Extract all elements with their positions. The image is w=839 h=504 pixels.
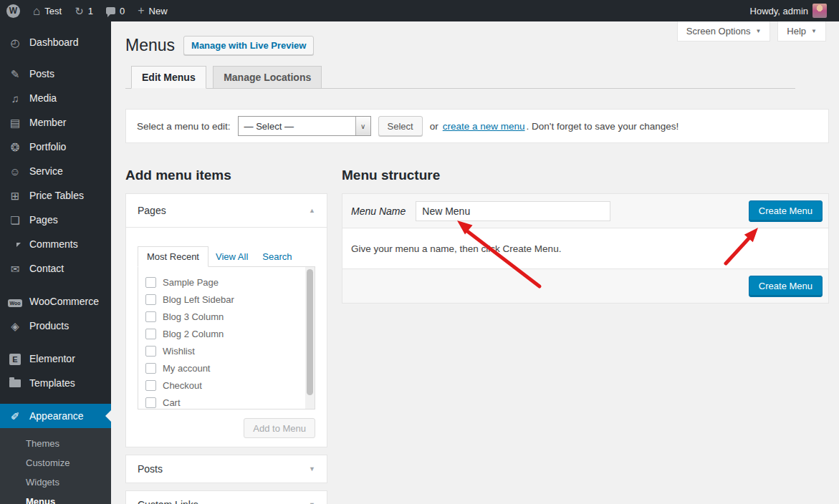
expand-arrow-icon: ▼ xyxy=(309,501,315,504)
sidebar-item-label: Media xyxy=(29,92,57,104)
pages-checklist: Sample Page Blog Left Sidebar Blog 3 Col… xyxy=(138,266,315,410)
sidebar-item-service[interactable]: ☺ Service xyxy=(0,159,111,183)
sidebar-item-label: Templates xyxy=(29,377,75,389)
product-box-icon: ◈ xyxy=(7,321,23,331)
page-item-label: Blog 3 Column xyxy=(163,311,224,322)
checkbox-wishlist[interactable] xyxy=(145,346,156,357)
new-label: New xyxy=(149,6,168,16)
screen-options-label: Screen Options xyxy=(686,26,751,37)
pages-list-scrollbar xyxy=(305,267,315,409)
sidebar-item-label: Comments xyxy=(29,238,78,250)
id-card-icon: ▤ xyxy=(7,117,23,128)
current-menu-arrow xyxy=(100,410,111,422)
page-checkbox-row: My account xyxy=(145,359,315,377)
menu-select-value: — Select — xyxy=(239,121,355,132)
user-avatar xyxy=(812,4,827,18)
collapse-arrow-icon: ▲ xyxy=(309,207,315,214)
custom-links-panel: Custom Links ▼ xyxy=(125,490,327,504)
dashboard-icon: ◴ xyxy=(7,37,23,48)
envelope-icon: ✉ xyxy=(7,263,23,274)
sidebar-item-label: Service xyxy=(29,165,63,177)
posts-panel: Posts ▼ xyxy=(125,455,327,483)
add-menu-items-heading: Add menu items xyxy=(125,168,327,183)
sidebar-item-appearance[interactable]: ✐ Appearance xyxy=(0,404,111,428)
create-menu-button-top[interactable]: Create Menu xyxy=(749,200,823,222)
create-menu-button-bottom[interactable]: Create Menu xyxy=(749,276,823,297)
page-item-label: Blog Left Sidebar xyxy=(163,294,234,305)
sidebar-item-portfolio[interactable]: ❂ Portfolio xyxy=(0,135,111,159)
dropdown-arrow-icon: ∨ xyxy=(355,117,370,135)
rosette-icon: ❂ xyxy=(7,142,23,152)
submenu-item-customize[interactable]: Customize xyxy=(0,453,111,472)
sidebar-item-label: Appearance xyxy=(29,410,84,422)
page-item-label: Blog 2 Column xyxy=(163,329,224,339)
updates-icon: ↻ xyxy=(75,6,84,16)
sidebar-item-products[interactable]: ◈ Products xyxy=(0,314,111,338)
create-new-menu-link[interactable]: create a new menu xyxy=(443,121,525,132)
comments-count: 0 xyxy=(120,6,125,16)
sidebar-item-woocommerce[interactable]: Woo WooCommerce xyxy=(0,289,111,314)
tab-most-recent[interactable]: Most Recent xyxy=(138,246,208,267)
wp-logo-menu[interactable]: W xyxy=(0,0,27,21)
sidebar-item-templates[interactable]: Templates xyxy=(0,371,111,395)
site-home-link[interactable]: ⌂ Test xyxy=(27,0,68,21)
submenu-item-widgets[interactable]: Widgets xyxy=(0,472,111,492)
pages-tabs: Most Recent View All Search xyxy=(138,246,315,266)
sidebar-item-contact[interactable]: ✉ Contact xyxy=(0,256,111,281)
checkbox-blog-3-column[interactable] xyxy=(145,311,156,322)
page-item-label: My account xyxy=(163,363,210,374)
posts-panel-header[interactable]: Posts ▼ xyxy=(126,455,327,483)
comment-bubble-icon xyxy=(106,7,115,14)
page-item-label: Cart xyxy=(163,397,181,408)
sidebar-item-member[interactable]: ▤ Member xyxy=(0,110,111,135)
menu-select-dropdown[interactable]: — Select — ∨ xyxy=(238,116,371,136)
posts-panel-title: Posts xyxy=(138,463,163,475)
nav-tabs: Edit Menus Manage Locations xyxy=(125,66,795,89)
chevron-down-icon: ▼ xyxy=(755,28,761,34)
tab-view-all[interactable]: View All xyxy=(208,247,255,266)
checkbox-checkout[interactable] xyxy=(145,380,156,391)
page-item-label: Sample Page xyxy=(163,277,219,288)
updates-link[interactable]: ↻ 1 xyxy=(68,0,100,21)
tab-manage-locations[interactable]: Manage Locations xyxy=(213,66,322,89)
select-button[interactable]: Select xyxy=(378,116,423,136)
sidebar-item-dashboard[interactable]: ◴ Dashboard xyxy=(0,30,111,54)
checkbox-my-account[interactable] xyxy=(145,363,156,374)
custom-links-panel-title: Custom Links xyxy=(138,499,198,504)
custom-links-panel-header[interactable]: Custom Links ▼ xyxy=(126,491,327,504)
pages-panel-title: Pages xyxy=(138,205,166,216)
add-menu-items-column: Add menu items Pages ▲ Most Recent View … xyxy=(125,143,327,504)
comments-link[interactable]: 0 xyxy=(100,0,131,21)
sidebar-item-media[interactable]: ♫ Media xyxy=(0,86,111,110)
tab-edit-menus[interactable]: Edit Menus xyxy=(131,66,206,89)
sidebar-item-label: Products xyxy=(29,320,69,331)
sidebar-item-price-tables[interactable]: ⊞ Price Tables xyxy=(0,183,111,208)
checkbox-sample-page[interactable] xyxy=(145,277,156,288)
page-title: Menus xyxy=(125,34,175,56)
checkbox-blog-left-sidebar[interactable] xyxy=(145,294,156,305)
howdy-text: Howdy, admin xyxy=(750,6,808,16)
help-label: Help xyxy=(787,26,806,37)
sidebar-item-pages[interactable]: ❏ Pages xyxy=(0,208,111,232)
sidebar-item-comments[interactable]: Comments xyxy=(0,232,111,256)
new-content-menu[interactable]: + New xyxy=(131,0,173,21)
tab-search[interactable]: Search xyxy=(255,247,299,266)
screen-options-button[interactable]: Screen Options ▼ xyxy=(677,21,771,42)
add-to-menu-button[interactable]: Add to Menu xyxy=(244,418,315,438)
manage-live-preview-button[interactable]: Manage with Live Preview xyxy=(183,36,314,55)
sidebar-item-posts[interactable]: ✎ Posts xyxy=(0,62,111,86)
menu-name-input[interactable] xyxy=(416,201,610,221)
help-button[interactable]: Help ▼ xyxy=(777,21,826,42)
expand-arrow-icon: ▼ xyxy=(309,465,315,472)
checkbox-blog-2-column[interactable] xyxy=(145,329,156,339)
account-menu[interactable]: Howdy, admin xyxy=(744,0,833,21)
checkbox-cart[interactable] xyxy=(145,397,156,408)
submenu-item-menus[interactable]: Menus xyxy=(0,492,111,504)
pages-panel-header[interactable]: Pages ▲ xyxy=(126,194,327,227)
sidebar-item-label: Price Tables xyxy=(29,190,84,201)
chevron-down-icon: ▼ xyxy=(811,28,817,34)
submenu-item-themes[interactable]: Themes xyxy=(0,434,111,453)
scrollbar-thumb[interactable] xyxy=(307,269,313,395)
sidebar-item-elementor[interactable]: E Elementor xyxy=(0,346,111,371)
home-icon: ⌂ xyxy=(33,5,40,17)
